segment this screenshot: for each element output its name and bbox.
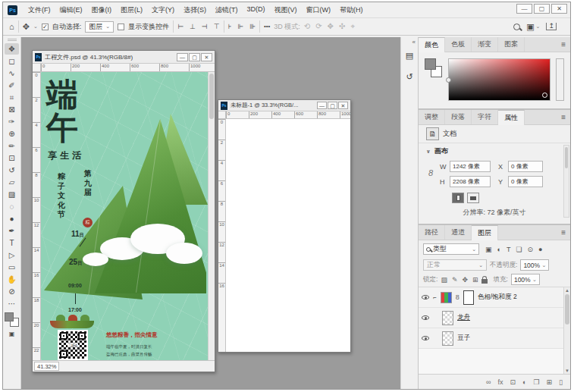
- doc1-close-button[interactable]: ✕: [201, 53, 212, 61]
- height-field[interactable]: 2208 像素: [450, 176, 491, 187]
- auto-select-dropdown[interactable]: 图层 ⌄: [85, 21, 114, 33]
- quick-selection-tool-icon[interactable]: ✐: [5, 80, 19, 91]
- document-window-2[interactable]: Ps 未标题-1 @ 33.3%(RGB/... — ▢ ✕ 020040060…: [218, 99, 351, 353]
- saturation-brightness-field[interactable]: [448, 58, 550, 101]
- tab-adjustments[interactable]: 调整: [419, 110, 445, 124]
- lock-all-icon[interactable]: [481, 279, 488, 284]
- filter-type-layers-icon[interactable]: T: [507, 246, 511, 253]
- layer-mask-thumbnail[interactable]: [463, 290, 474, 305]
- menu-item[interactable]: 视图(V): [270, 4, 302, 17]
- layer-name[interactable]: 龙舟: [457, 313, 470, 322]
- doc1-zoom-level[interactable]: 41.32%: [34, 362, 59, 371]
- maximize-button[interactable]: ▢: [534, 4, 550, 14]
- filter-shape-layers-icon[interactable]: ❏: [516, 246, 522, 253]
- zoom-tool-icon[interactable]: ⊘: [5, 286, 19, 297]
- menu-item[interactable]: 图层(L): [116, 4, 147, 17]
- more-options-icon[interactable]: •••: [264, 24, 270, 30]
- new-group-icon[interactable]: ❐: [533, 378, 539, 386]
- home-icon[interactable]: ⌂: [9, 23, 14, 31]
- lock-artboard-icon[interactable]: ⊞: [472, 276, 478, 284]
- distribute-right-icon[interactable]: ⊪: [249, 24, 256, 30]
- collapse-caret-icon[interactable]: ∨: [426, 149, 431, 155]
- color-swatch-pair[interactable]: [425, 58, 443, 78]
- layer-thumbnail[interactable]: [442, 331, 453, 346]
- tab-paragraph[interactable]: 段落: [445, 110, 472, 124]
- workspace-switcher-icon[interactable]: ▣: [526, 23, 534, 31]
- foreground-color-swatch[interactable]: [5, 312, 14, 321]
- layer-thumbnail[interactable]: [442, 311, 453, 325]
- filter-toggle-icon[interactable]: ●: [538, 246, 542, 253]
- menu-item[interactable]: 滤镜(T): [211, 4, 243, 17]
- type-tool-icon[interactable]: T: [5, 237, 19, 249]
- blur-tool-icon[interactable]: ◌: [5, 201, 19, 212]
- align-center-icon[interactable]: ⊥: [190, 24, 196, 30]
- doc2-title-bar[interactable]: Ps 未标题-1 @ 33.3%(RGB/... — ▢ ✕: [218, 100, 350, 111]
- history-panel-icon[interactable]: ↺: [403, 70, 416, 83]
- new-layer-icon[interactable]: ⊞: [547, 378, 553, 386]
- auto-select-checkbox[interactable]: ✓: [42, 24, 49, 30]
- x-field[interactable]: 0 像素: [508, 161, 543, 172]
- doc2-close-button[interactable]: ✕: [338, 102, 348, 109]
- tab-patterns[interactable]: 图案: [498, 37, 525, 52]
- delete-layer-icon[interactable]: ▯: [559, 378, 563, 386]
- portrait-orientation-button[interactable]: [452, 193, 464, 203]
- share-icon[interactable]: ↥: [546, 23, 557, 30]
- panel-menu-icon[interactable]: ≡: [557, 37, 570, 52]
- frame-tool-icon[interactable]: ⊠: [5, 104, 19, 115]
- color-picker-marker[interactable]: [542, 93, 547, 98]
- foreground-color-swatch[interactable]: [425, 58, 436, 70]
- minimize-button[interactable]: —: [516, 4, 532, 14]
- menu-item[interactable]: 帮助(H): [335, 4, 368, 17]
- eyedropper-tool-icon[interactable]: ✑: [5, 116, 19, 127]
- properties-scrollbar[interactable]: [563, 145, 569, 218]
- tab-gradients[interactable]: 渐变: [472, 37, 498, 52]
- new-adjustment-layer-icon[interactable]: ◐: [522, 378, 526, 386]
- lasso-tool-icon[interactable]: ∿: [5, 67, 19, 79]
- menu-item[interactable]: 文字(Y): [147, 4, 179, 17]
- layer-row[interactable]: 龙舟: [419, 308, 570, 328]
- layer-style-icon[interactable]: fx: [497, 378, 503, 386]
- search-icon[interactable]: [513, 24, 520, 30]
- doc1-title-bar[interactable]: Ps 工程文件.psd @ 41.3%(RGB/8#) — ▢ ✕: [33, 51, 215, 64]
- adjustment-layer-thumbnail[interactable]: [441, 292, 452, 303]
- distribute-left-icon[interactable]: ⊦: [228, 24, 232, 30]
- toolbar-grip[interactable]: [8, 39, 17, 41]
- visibility-eye-icon[interactable]: [422, 315, 429, 320]
- menu-item[interactable]: 选择(S): [179, 4, 211, 17]
- layer-row-adjustment[interactable]: ⌐ 8 色相/饱和度 2: [419, 287, 570, 308]
- marquee-tool-icon[interactable]: ◻: [5, 55, 19, 67]
- link-layers-icon[interactable]: ∞: [486, 378, 491, 386]
- visibility-eye-icon[interactable]: [422, 295, 429, 299]
- gradient-tool-icon[interactable]: ▨: [5, 189, 19, 200]
- tab-character[interactable]: 字符: [472, 110, 498, 124]
- tab-paths[interactable]: 路径: [419, 225, 445, 240]
- menu-item[interactable]: 图像(I): [87, 4, 117, 17]
- layer-name[interactable]: 色相/饱和度 2: [478, 293, 517, 302]
- chevron-down-icon[interactable]: ⌄: [33, 24, 38, 30]
- layer-filter-dropdown[interactable]: 类型 ⌄: [423, 243, 479, 255]
- landscape-orientation-button[interactable]: [467, 193, 479, 203]
- blend-mode-select[interactable]: 正常 ⌄: [423, 259, 487, 271]
- document-window-1[interactable]: Ps 工程文件.psd @ 41.3%(RGB/8#) — ▢ ✕ 020040…: [32, 50, 215, 372]
- align-top-icon[interactable]: ⊤: [214, 24, 220, 30]
- edit-toolbar-icon[interactable]: ⋯: [5, 298, 19, 309]
- screen-mode-icon[interactable]: ▣: [5, 328, 19, 340]
- layer-row[interactable]: 豆子: [419, 328, 570, 349]
- lock-move-icon[interactable]: ✥: [462, 276, 468, 284]
- menu-item[interactable]: 文件(F): [24, 4, 55, 17]
- filter-smart-objects-icon[interactable]: ⊙: [528, 246, 534, 253]
- layer-name[interactable]: 豆子: [457, 334, 470, 343]
- align-left-icon[interactable]: ⊢: [177, 24, 183, 30]
- dodge-tool-icon[interactable]: ●: [5, 213, 19, 224]
- filter-pixel-layers-icon[interactable]: ▣: [485, 246, 492, 253]
- doc1-vertical-scrollbar[interactable]: [208, 72, 215, 360]
- hand-tool-icon[interactable]: ✋: [5, 274, 19, 285]
- clone-stamp-tool-icon[interactable]: ⊡: [5, 152, 19, 164]
- fill-field[interactable]: 100% ⌄: [511, 274, 540, 285]
- opacity-field[interactable]: 100% ⌄: [520, 259, 549, 271]
- filter-adjustment-layers-icon[interactable]: ◐: [497, 246, 501, 253]
- move-tool-option-icon[interactable]: ✥: [23, 23, 30, 31]
- show-transform-checkbox[interactable]: [118, 24, 124, 30]
- visibility-eye-icon[interactable]: [422, 336, 429, 340]
- menu-item[interactable]: 窗口(W): [302, 4, 336, 17]
